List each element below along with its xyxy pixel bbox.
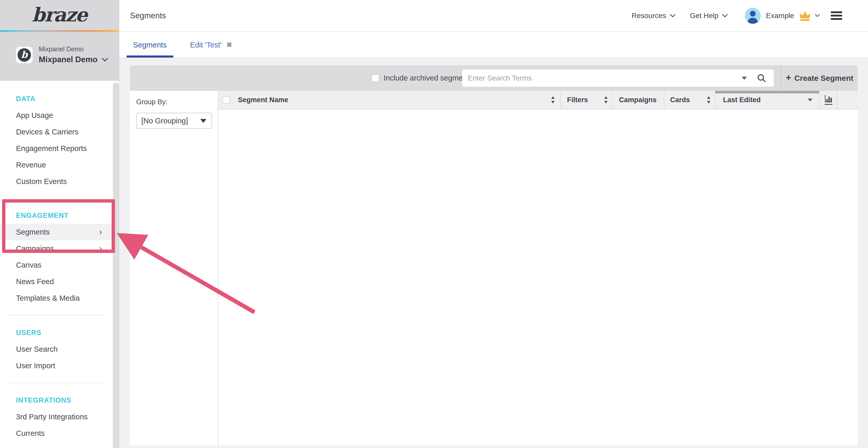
workspace-header: braze b Mixpanel Demo Mixpanel Demo <box>0 0 119 81</box>
sidebar-item-label: Engagement Reports <box>16 144 87 152</box>
page-title: Segments <box>130 11 166 21</box>
group-by-value: [No Grouping] <box>141 117 188 125</box>
sidebar-item-app-usage[interactable]: App Usage <box>0 107 113 124</box>
search-box <box>462 69 774 87</box>
column-chart-toggle[interactable] <box>819 91 837 109</box>
group-by-label: Group By: <box>136 98 218 106</box>
select-all-cell <box>218 91 234 109</box>
sidebar-item-label: Revenue <box>16 161 46 169</box>
sidebar-nav: DATA App Usage Devices & Carriers Engage… <box>0 81 113 442</box>
select-all-checkbox[interactable] <box>222 96 230 104</box>
tabbar: Segments Edit 'Test' ✖ <box>119 32 868 58</box>
sidebar-scrollbar[interactable] <box>113 82 119 448</box>
topbar-right: Resources Get Help Example <box>632 8 842 24</box>
sidebar-item-label: Segments <box>16 228 50 236</box>
sidebar-item-segments[interactable]: Segments › <box>0 224 113 240</box>
sidebar-section-data: DATA <box>0 91 113 107</box>
chevron-down-icon <box>670 14 676 18</box>
sidebar-item-devices-carriers[interactable]: Devices & Carriers <box>0 124 113 140</box>
sort-icon[interactable] <box>707 96 711 103</box>
user-name: Example <box>766 12 794 20</box>
sidebar-item-templates-media[interactable]: Templates & Media <box>0 290 113 306</box>
get-help-label: Get Help <box>690 12 719 20</box>
person-icon <box>745 8 761 24</box>
sidebar-item-canvas[interactable]: Canvas <box>0 257 113 273</box>
column-label: Filters <box>567 96 588 104</box>
sidebar-item-3rd-party-integrations[interactable]: 3rd Party Integrations <box>0 409 113 425</box>
group-by-select[interactable]: [No Grouping] <box>136 113 212 129</box>
column-spacer <box>837 91 858 109</box>
sort-desc-icon <box>808 99 812 101</box>
workspace-selector[interactable]: b Mixpanel Demo Mixpanel Demo <box>16 45 108 64</box>
workspace-app-icon: b <box>16 47 33 63</box>
sidebar-item-label: App Usage <box>16 111 53 119</box>
content-area: Include archived segments <box>119 59 868 448</box>
search-input[interactable] <box>462 74 742 82</box>
sidebar-item-label: Custom Events <box>16 177 67 185</box>
card-body: Group By: [No Grouping] Segment <box>130 91 858 445</box>
table-body-empty <box>218 109 858 445</box>
chevron-down-icon[interactable] <box>815 14 820 17</box>
column-segment-name[interactable]: Segment Name <box>234 91 560 109</box>
include-archived-checkbox[interactable] <box>371 74 379 82</box>
sidebar-item-currents[interactable]: Currents <box>0 425 113 442</box>
resources-menu[interactable]: Resources <box>632 12 676 20</box>
tab-label: Segments <box>133 41 167 49</box>
tab-edit-test[interactable]: Edit 'Test' ✖ <box>184 41 239 58</box>
column-cards[interactable]: Cards <box>664 91 715 109</box>
column-label: Campaigns <box>619 96 657 104</box>
search-icon[interactable] <box>757 73 767 83</box>
sidebar-item-campaigns[interactable]: Campaigns › <box>0 240 113 257</box>
get-help-menu[interactable]: Get Help <box>690 12 728 20</box>
bar-chart-icon <box>824 95 833 105</box>
sidebar-item-revenue[interactable]: Revenue <box>0 157 113 173</box>
sidebar: braze b Mixpanel Demo Mixpanel Demo <box>0 0 119 448</box>
create-segment-label: Create Segment <box>795 74 853 82</box>
sidebar-item-label: Campaigns <box>16 244 54 253</box>
chevron-down-icon <box>722 14 728 18</box>
table-header: Segment Name Filters Campaigns <box>218 91 858 109</box>
close-icon[interactable]: ✖ <box>226 41 232 48</box>
sidebar-item-label: Templates & Media <box>16 294 80 302</box>
crown-icon <box>799 10 811 21</box>
braze-logo: braze <box>0 4 119 26</box>
sidebar-section-engagement: ENGAGEMENT <box>0 207 113 224</box>
sidebar-item-custom-events[interactable]: Custom Events <box>0 173 113 190</box>
column-label: Last Edited <box>723 96 761 104</box>
tab-segments[interactable]: Segments <box>127 41 173 58</box>
sidebar-item-label: User Import <box>16 361 55 370</box>
topbar: Segments Resources Get Help <box>119 0 868 32</box>
resources-label: Resources <box>632 12 666 20</box>
include-archived-label: Include archived segments <box>383 74 473 82</box>
sidebar-item-label: News Feed <box>16 277 54 286</box>
include-archived-group: Include archived segments <box>371 65 473 91</box>
sidebar-item-label: Currents <box>16 429 45 438</box>
plus-icon: + <box>786 72 791 83</box>
workspace-app-icon-letter: b <box>21 50 27 59</box>
create-segment-button[interactable]: + Create Segment <box>781 65 858 91</box>
sidebar-item-label: 3rd Party Integrations <box>16 413 88 421</box>
chevron-down-icon <box>101 58 108 62</box>
sort-icon[interactable] <box>604 96 608 103</box>
braze-dashboard: braze b Mixpanel Demo Mixpanel Demo <box>0 0 868 448</box>
chevron-right-icon: › <box>99 240 102 257</box>
column-campaigns[interactable]: Campaigns <box>612 91 664 109</box>
sidebar-item-engagement-reports[interactable]: Engagement Reports <box>0 140 113 157</box>
sidebar-section-integrations: INTEGRATIONS <box>0 392 113 409</box>
sidebar-item-label: Devices & Carriers <box>16 128 79 136</box>
sort-icon[interactable] <box>551 96 555 103</box>
tab-label: Edit 'Test' <box>190 41 222 49</box>
search-dropdown-caret-icon[interactable] <box>742 77 747 80</box>
sidebar-item-user-import[interactable]: User Import <box>0 357 113 374</box>
chevron-right-icon: › <box>99 224 102 240</box>
filter-bar: Include archived segments <box>130 65 858 91</box>
sidebar-item-user-search[interactable]: User Search <box>0 341 113 357</box>
hamburger-menu-icon[interactable] <box>831 11 842 20</box>
column-last-edited[interactable]: Last Edited <box>715 91 819 109</box>
sidebar-divider <box>8 315 105 316</box>
sidebar-item-news-feed[interactable]: News Feed <box>0 273 113 290</box>
user-avatar[interactable] <box>745 8 761 24</box>
column-filters[interactable]: Filters <box>560 91 612 109</box>
segments-card: Include archived segments <box>130 65 858 445</box>
main-area: Segments Resources Get Help <box>119 0 868 448</box>
